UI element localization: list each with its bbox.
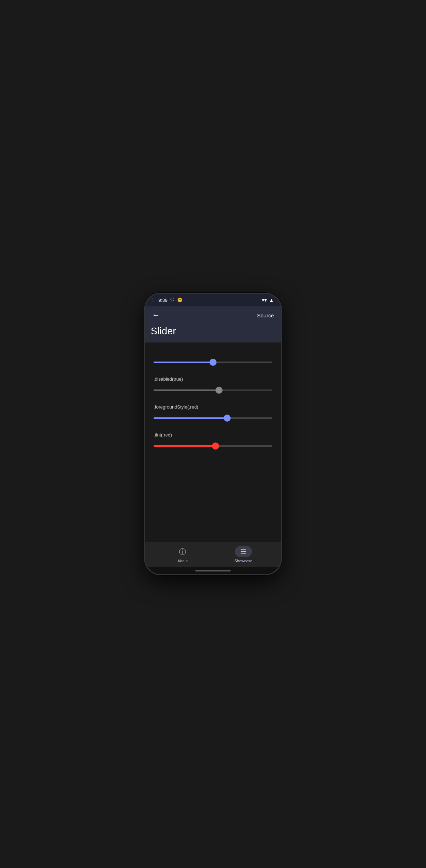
slider-track-container-default [154,358,272,366]
status-time: 9:39 [159,298,167,303]
camera-dot [151,298,154,302]
slider-track-container-disabled [154,386,272,394]
nav-item-about[interactable]: ⓘ About [152,546,213,563]
slider-track-tint[interactable] [154,445,272,447]
slider-fill-default [154,362,213,363]
slider-thumb-disabled [215,387,223,394]
showcase-icon: ☰ [240,547,247,556]
home-indicator [145,567,281,574]
home-bar [195,570,231,571]
slider-thumb-default[interactable] [209,359,217,366]
slider-label-tint: .tint(.red) [154,432,272,438]
nav-icon-wrap-about: ⓘ [174,546,191,557]
bottom-nav: ⓘ About ☰ Showcase [145,542,281,567]
shield-icon: 🛡 [170,298,174,303]
face-icon: 😊 [177,298,183,303]
nav-label-about: About [178,559,188,563]
nav-label-showcase: Showcase [235,559,253,563]
wifi-icon: ▾▾ [262,297,267,303]
content-area: .disabled(true) .foregroundStyle(.red) .… [145,342,281,542]
about-icon: ⓘ [179,547,186,557]
phone-frame: 9:39 🛡 😊 ▾▾ ▲ ← Source Slider [144,293,282,575]
slider-fill-disabled [154,389,219,391]
app-bar-top: ← Source [151,309,275,321]
nav-item-showcase[interactable]: ☰ Showcase [213,546,274,563]
slider-label-disabled: .disabled(true) [154,376,272,382]
status-bar: 9:39 🛡 😊 ▾▾ ▲ [145,294,281,306]
slider-track-container-fg [154,414,272,422]
slider-row-default [154,354,272,366]
slider-row-tint: .tint(.red) [154,432,272,450]
slider-thumb-tint[interactable] [212,442,219,450]
slider-row-fg: .foregroundStyle(.red) [154,404,272,422]
slider-label-fg: .foregroundStyle(.red) [154,404,272,410]
slider-track-disabled [154,389,272,391]
slider-track-fg[interactable] [154,417,272,419]
slider-track-container-tint [154,442,272,450]
signal-icon: ▲ [269,297,274,303]
source-button[interactable]: Source [255,311,275,320]
slider-track-default[interactable] [154,362,272,363]
nav-icon-wrap-showcase: ☰ [235,546,252,557]
page-title: Slider [151,324,275,337]
status-right: ▾▾ ▲ [262,297,274,303]
slider-thumb-fg[interactable] [224,415,231,422]
status-left: 9:39 🛡 😊 [151,298,183,303]
app-bar: ← Source Slider [145,306,281,342]
slider-fill-fg [154,417,227,419]
back-button[interactable]: ← [151,309,161,321]
slider-row-disabled: .disabled(true) [154,376,272,394]
slider-fill-tint [154,445,215,447]
